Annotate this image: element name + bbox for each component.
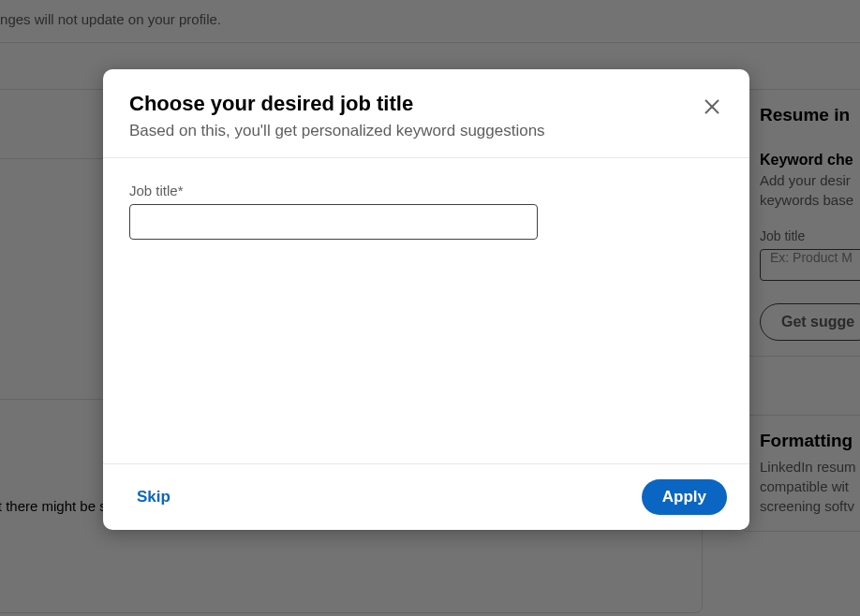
modal-subtitle: Based on this, you'll get personalized k… bbox=[129, 122, 723, 140]
skip-button[interactable]: Skip bbox=[126, 480, 182, 514]
job-title-modal: Choose your desired job title Based on t… bbox=[103, 69, 749, 530]
job-title-input[interactable] bbox=[129, 204, 538, 240]
close-button[interactable] bbox=[695, 90, 729, 124]
modal-body: Job title* bbox=[103, 158, 749, 463]
modal-title: Choose your desired job title bbox=[129, 92, 723, 116]
modal-footer: Skip Apply bbox=[103, 463, 749, 530]
job-title-label: Job title* bbox=[129, 183, 723, 198]
modal-header: Choose your desired job title Based on t… bbox=[103, 69, 749, 158]
apply-button[interactable]: Apply bbox=[642, 479, 727, 515]
close-icon bbox=[702, 96, 722, 117]
